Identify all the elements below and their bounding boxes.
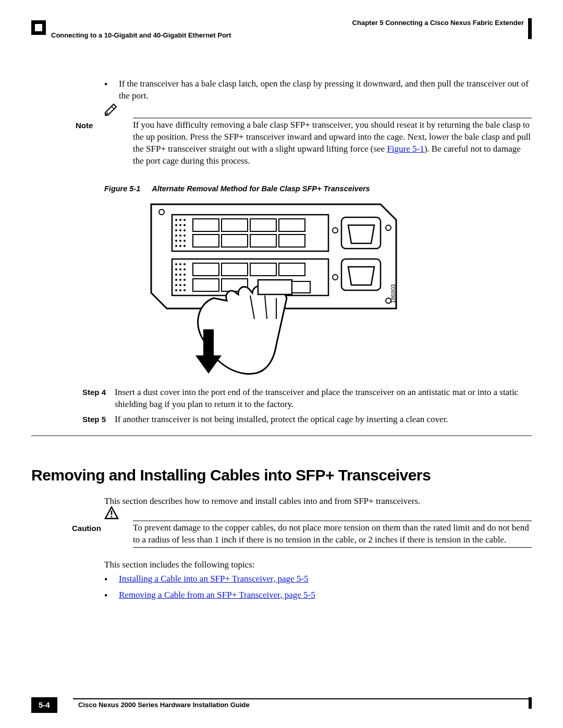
header-square-inner-icon bbox=[35, 24, 42, 31]
section-divider bbox=[31, 435, 532, 436]
footer-title: Cisco Nexus 2000 Series Hardware Install… bbox=[78, 700, 532, 710]
svg-point-30 bbox=[179, 274, 181, 276]
topic-item: • Installing a Cable into an SFP+ Transc… bbox=[104, 573, 532, 586]
svg-point-31 bbox=[183, 274, 186, 276]
svg-point-29 bbox=[175, 274, 177, 276]
svg-point-26 bbox=[175, 268, 177, 270]
svg-point-16 bbox=[183, 235, 186, 237]
svg-point-28 bbox=[183, 268, 186, 270]
intro-paragraph: This section describes how to remove and… bbox=[104, 496, 532, 508]
svg-point-12 bbox=[179, 229, 181, 231]
svg-point-33 bbox=[179, 279, 181, 281]
svg-point-35 bbox=[175, 284, 177, 286]
svg-point-7 bbox=[183, 219, 186, 221]
svg-rect-65 bbox=[258, 280, 292, 294]
caution-triangle-icon bbox=[104, 506, 125, 521]
topic-link[interactable]: Removing a Cable from an SFP+ Transceive… bbox=[119, 590, 315, 600]
svg-rect-50 bbox=[222, 263, 248, 276]
svg-rect-66 bbox=[292, 281, 310, 293]
svg-rect-45 bbox=[193, 235, 219, 247]
svg-rect-53 bbox=[193, 279, 219, 291]
page-footer: Cisco Nexus 2000 Series Hardware Install… bbox=[31, 698, 532, 710]
svg-rect-47 bbox=[250, 235, 276, 247]
section-heading: Removing and Installing Cables into SFP+… bbox=[31, 465, 532, 486]
svg-point-24 bbox=[179, 263, 181, 265]
figure-title: Alternate Removal Method for Bale Clasp … bbox=[152, 184, 370, 193]
figure-number: Figure 5-1 bbox=[104, 184, 152, 193]
caution-label: Caution bbox=[72, 523, 103, 534]
svg-point-32 bbox=[175, 279, 177, 281]
bullet-dot-icon: • bbox=[104, 78, 119, 102]
step-row: Step 5 If another transceiver is not bei… bbox=[82, 414, 532, 426]
svg-point-14 bbox=[175, 235, 177, 237]
figure-caption: Figure 5-1Alternate Removal Method for B… bbox=[104, 184, 532, 194]
step-label: Step 5 bbox=[82, 414, 115, 426]
svg-point-34 bbox=[183, 279, 186, 281]
svg-rect-44 bbox=[279, 219, 305, 231]
svg-point-9 bbox=[179, 224, 181, 226]
svg-rect-48 bbox=[279, 235, 305, 247]
note-block: Note If you have difficulty removing a b… bbox=[104, 118, 532, 168]
svg-point-19 bbox=[183, 240, 186, 242]
bullet-dot-icon: • bbox=[104, 589, 119, 602]
svg-point-5 bbox=[175, 219, 177, 221]
svg-point-10 bbox=[183, 224, 186, 226]
svg-point-37 bbox=[183, 284, 186, 286]
svg-point-22 bbox=[183, 245, 186, 247]
bullet-dot-icon: • bbox=[104, 573, 119, 586]
svg-point-20 bbox=[175, 245, 177, 247]
step-text: Insert a dust cover into the port end of… bbox=[115, 387, 532, 411]
section-label: Connecting to a 10-Gigabit and 40-Gigabi… bbox=[31, 30, 532, 40]
svg-line-2 bbox=[112, 106, 114, 109]
bullet-item: • If the transceiver has a bale clasp la… bbox=[104, 78, 532, 102]
topics-intro: This section includes the following topi… bbox=[104, 559, 532, 571]
svg-point-40 bbox=[183, 289, 186, 291]
svg-point-23 bbox=[175, 263, 177, 265]
figure-illustration: 186903 bbox=[136, 199, 401, 381]
step-label: Step 4 bbox=[82, 387, 115, 411]
page-header: Chapter 5 Connecting a Cisco Nexus Fabri… bbox=[31, 18, 532, 42]
svg-point-17 bbox=[175, 240, 177, 242]
page-number: 5-4 bbox=[31, 697, 57, 713]
svg-marker-68 bbox=[195, 355, 222, 374]
step-text: If another transceiver is not being inst… bbox=[115, 414, 532, 426]
svg-rect-51 bbox=[250, 263, 276, 276]
footer-rule bbox=[73, 698, 532, 699]
note-pencil-icon bbox=[104, 103, 125, 118]
svg-point-39 bbox=[179, 289, 181, 291]
svg-point-25 bbox=[183, 263, 186, 265]
bullet-text: If the transceiver has a bale clasp latc… bbox=[119, 78, 532, 102]
svg-point-18 bbox=[179, 240, 181, 242]
svg-rect-42 bbox=[222, 219, 248, 231]
figure-link[interactable]: Figure 5-1 bbox=[387, 144, 424, 154]
caution-text: To prevent damage to the copper cables, … bbox=[133, 523, 529, 545]
topic-link[interactable]: Installing a Cable into an SFP+ Transcei… bbox=[119, 574, 309, 584]
svg-rect-49 bbox=[193, 263, 219, 276]
caution-block: Caution To prevent damage to the copper … bbox=[104, 521, 532, 548]
svg-point-27 bbox=[179, 268, 181, 270]
svg-point-11 bbox=[175, 229, 177, 231]
svg-point-36 bbox=[179, 284, 181, 286]
svg-rect-41 bbox=[193, 219, 219, 231]
svg-point-71 bbox=[111, 516, 113, 518]
svg-point-8 bbox=[175, 224, 177, 226]
chapter-label: Chapter 5 Connecting a Cisco Nexus Fabri… bbox=[352, 19, 532, 27]
svg-rect-46 bbox=[222, 235, 248, 247]
step-row: Step 4 Insert a dust cover into the port… bbox=[82, 387, 532, 411]
svg-point-15 bbox=[179, 235, 181, 237]
svg-point-13 bbox=[183, 229, 186, 231]
figure-id-label: 186903 bbox=[390, 284, 396, 303]
note-label: Note bbox=[76, 120, 102, 131]
svg-rect-67 bbox=[203, 329, 214, 358]
svg-point-6 bbox=[179, 219, 181, 221]
svg-rect-43 bbox=[250, 219, 276, 231]
svg-point-21 bbox=[179, 245, 181, 247]
footer-bar-icon bbox=[529, 697, 532, 709]
svg-rect-52 bbox=[279, 263, 305, 276]
topic-item: • Removing a Cable from an SFP+ Transcei… bbox=[104, 589, 532, 602]
svg-point-38 bbox=[175, 289, 177, 291]
